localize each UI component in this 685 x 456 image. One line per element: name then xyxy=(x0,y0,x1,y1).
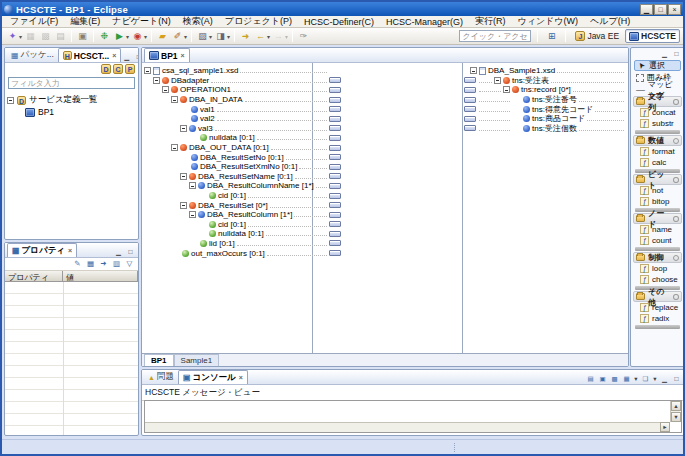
scroll-down-icon[interactable]: ▼ xyxy=(671,412,681,422)
pin-icon[interactable] xyxy=(673,294,679,300)
perspective-hcscte[interactable]: HCSCTE xyxy=(625,29,680,43)
menu-item[interactable]: ナビゲート(N) xyxy=(106,15,176,28)
collapse-icon[interactable] xyxy=(162,86,169,93)
palette-group-control-group[interactable]: 制御 xyxy=(633,252,682,263)
schema-node-source[interactable]: DBA_ResultSetNo [0:1] xyxy=(144,152,342,162)
palette-item-choose[interactable]: ƒchoose xyxy=(633,274,682,285)
palette-item-replace[interactable]: ƒreplace xyxy=(633,302,682,313)
menu-item[interactable]: HCSC-Definer(C) xyxy=(298,17,380,27)
palette-item-calc[interactable]: ƒcalc xyxy=(633,157,682,168)
mapping-handle[interactable] xyxy=(329,145,341,151)
dropdown-caret-icon[interactable]: ▾ xyxy=(209,33,212,40)
toolbar-button-new-wizard[interactable]: ✦▾ xyxy=(5,29,23,44)
mapping-handle[interactable] xyxy=(464,87,476,93)
schema-node-source[interactable]: csa_sql_sample1.xsd xyxy=(144,66,342,76)
categories-icon[interactable]: ▦ xyxy=(85,259,96,269)
property-row[interactable] xyxy=(5,354,138,366)
schema-node-target[interactable]: tns:受注個数 xyxy=(464,124,626,134)
mapping-handle[interactable] xyxy=(329,240,341,246)
schema-node-source[interactable]: OPERATION1 xyxy=(144,85,342,95)
property-row[interactable] xyxy=(5,342,138,354)
scroll-up-icon[interactable]: ▲ xyxy=(671,401,681,411)
dropdown-caret-icon[interactable]: ▾ xyxy=(267,33,270,40)
dropdown-caret-icon[interactable]: ▾ xyxy=(126,33,129,40)
menu-item[interactable]: ウィンドウ(W) xyxy=(511,15,584,28)
collapse-icon[interactable] xyxy=(470,67,477,74)
schema-node-source[interactable]: DBA_ResultSet [0*] xyxy=(144,200,342,210)
collapse-icon[interactable] xyxy=(494,77,501,84)
palette-group-node-group[interactable]: ノード xyxy=(633,213,682,224)
mapping-handle[interactable] xyxy=(464,125,476,131)
property-row[interactable] xyxy=(5,378,138,390)
dropdown-caret-icon[interactable]: ▾ xyxy=(184,33,187,40)
mapping-handle[interactable] xyxy=(329,87,341,93)
close-icon[interactable]: × xyxy=(68,247,72,254)
menu-item[interactable]: 実行(R) xyxy=(469,15,512,28)
mapping-handle[interactable] xyxy=(329,193,341,199)
minimize-view-icon[interactable]: ▁ xyxy=(659,49,670,59)
close-icon[interactable]: × xyxy=(181,52,185,59)
maximize-button[interactable]: □ xyxy=(654,4,667,15)
define-icon[interactable]: D xyxy=(101,64,111,74)
toolbar-button-link-with-editor[interactable]: ✑ xyxy=(296,29,311,44)
palette-item-concat[interactable]: ƒconcat xyxy=(633,107,682,118)
filter-input[interactable] xyxy=(8,77,135,89)
tab-console[interactable]: ▣ コンソール × xyxy=(178,370,248,384)
schema-node-source[interactable]: DBA_IN_DATA xyxy=(144,95,342,105)
schema-node-source[interactable]: nulldata [0:1] xyxy=(144,229,342,239)
palette-scroll-bar[interactable] xyxy=(635,247,680,251)
restore-icon[interactable]: ▥ xyxy=(111,259,122,269)
column-header-property[interactable]: プロパティ xyxy=(5,271,63,282)
dropdown-caret-icon[interactable]: ▾ xyxy=(633,374,639,384)
mapping-handle[interactable] xyxy=(329,212,341,218)
mapping-handle[interactable] xyxy=(329,183,341,189)
open-perspective-button[interactable]: ⊞ xyxy=(544,29,559,44)
perspective-java-ee[interactable]: J Java EE xyxy=(572,29,622,43)
console-text-area[interactable]: ▲ ▼ ► xyxy=(144,400,682,433)
tab-properties[interactable]: ▦ プロパティ × xyxy=(7,243,77,257)
schema-node-source[interactable]: val3 xyxy=(144,124,342,134)
schema-node-source[interactable]: val2 xyxy=(144,114,342,124)
mapping-handle[interactable] xyxy=(464,97,476,103)
schema-node-source[interactable]: DBA_ResultColumnName [1*] xyxy=(144,181,342,191)
palette-scroll-bar[interactable] xyxy=(635,130,680,134)
dropdown-caret-icon[interactable]: ▾ xyxy=(285,33,288,40)
palette-item-count[interactable]: ƒcount xyxy=(633,235,682,246)
schema-node-source[interactable]: lid [0:1] xyxy=(144,239,342,249)
menu-item[interactable]: ファイル(F) xyxy=(4,15,64,28)
collapse-icon[interactable] xyxy=(153,77,160,84)
schema-node-source[interactable]: DBadapter xyxy=(144,76,342,86)
editor-tab-bp1[interactable]: BP1 × xyxy=(144,48,190,62)
collapse-icon[interactable] xyxy=(180,173,187,180)
toolbar-button-external-tools[interactable]: ◉▾ xyxy=(130,29,148,44)
toolbar-button-print[interactable]: ▤ xyxy=(53,29,68,44)
collapse-icon[interactable] xyxy=(7,97,14,104)
open-console-icon[interactable]: ❏ xyxy=(640,374,651,384)
mapping-handle[interactable] xyxy=(329,77,341,83)
subtab-bp1[interactable]: BP1 xyxy=(144,354,174,366)
toolbar-button-debug[interactable]: ❉ xyxy=(97,29,112,44)
pin-icon[interactable]: ✎ xyxy=(72,259,83,269)
schema-node-target[interactable]: tns:受注表 xyxy=(464,76,626,86)
maximize-view-icon[interactable]: □ xyxy=(125,247,136,257)
toolbar-button-run[interactable]: ▶▾ xyxy=(112,29,130,44)
mapping-handle[interactable] xyxy=(329,221,341,227)
scroll-right-icon[interactable]: ► xyxy=(660,422,670,432)
palette-group-bit-group[interactable]: ビット xyxy=(633,174,682,185)
pin-icon[interactable] xyxy=(673,138,679,144)
pin-icon[interactable] xyxy=(673,99,679,105)
mapping-canvas[interactable]: csa_sql_sample1.xsdDBadapterOPERATION1DB… xyxy=(142,63,628,353)
toolbar-button-last-edit-location[interactable]: ➜ xyxy=(238,29,253,44)
mapping-handle[interactable] xyxy=(464,116,476,122)
property-row[interactable] xyxy=(5,390,138,402)
toolbar-button-open-element[interactable]: ▰ xyxy=(155,29,170,44)
titlebar[interactable]: HCSCTE - BP1 - Eclipse ▁ □ × xyxy=(2,2,683,16)
menu-item[interactable]: HCSC-Manager(G) xyxy=(380,17,469,27)
menu-item[interactable]: 検索(A) xyxy=(177,15,219,28)
package-icon[interactable]: P xyxy=(125,64,135,74)
menu-item[interactable]: ヘルプ(H) xyxy=(584,15,636,28)
schema-node-source[interactable]: val1 xyxy=(144,104,342,114)
mapping-handle[interactable] xyxy=(329,250,341,256)
palette-item-format[interactable]: ƒformat xyxy=(633,146,682,157)
palette-item-not[interactable]: ƒnot xyxy=(633,185,682,196)
